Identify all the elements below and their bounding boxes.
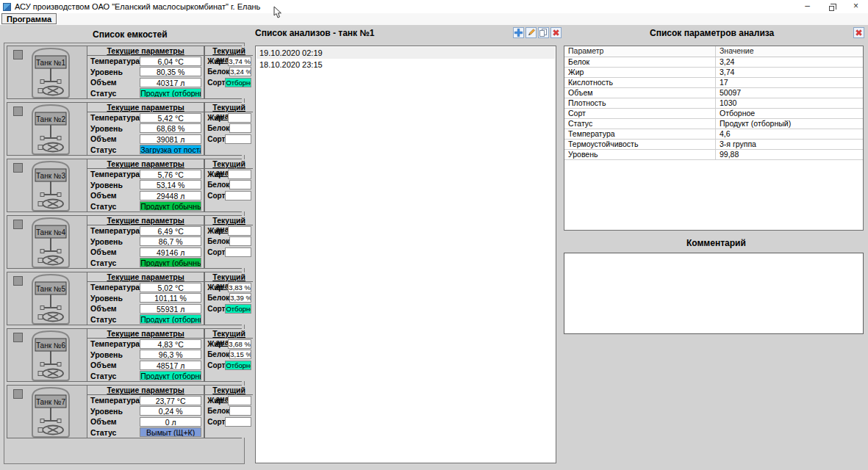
current-parameters-header: Текущие параметры <box>87 159 204 169</box>
tank-indicator[interactable] <box>13 106 23 116</box>
comment-input[interactable] <box>564 253 864 334</box>
param-cell: Объем <box>564 88 716 98</box>
temperature-label: Температура <box>90 113 140 122</box>
volume-label: Объем <box>90 417 140 426</box>
table-row[interactable]: Жир 3,74 <box>564 68 863 78</box>
tank-row[interactable]: Танк №5 Текущие параметры Температура 5,… <box>7 272 242 325</box>
param-cell: Белок <box>564 57 716 67</box>
svg-text:Танк №4: Танк №4 <box>36 228 66 236</box>
tank-row[interactable]: Танк №6 Текущие параметры Температура 4,… <box>7 328 242 382</box>
grade-label: Сорт <box>207 192 225 200</box>
table-row[interactable]: Объем 50097 <box>564 88 863 98</box>
tank-row[interactable]: Танк №1 Текущие параметры Температура 6,… <box>7 46 242 99</box>
grade-badge: Отборное <box>225 78 251 87</box>
close-panel-button[interactable] <box>853 27 864 38</box>
analysis-params-table: Параметр Значение Белок 3,24 Жир 3,74 Ки… <box>564 46 864 231</box>
tank-row[interactable]: Танк №2 Текущие параметры Температура 5,… <box>7 102 242 156</box>
volume-label: Объем <box>90 247 140 256</box>
value-cell: 4,6 <box>716 129 863 139</box>
table-row[interactable]: Уровень 99,88 <box>564 150 863 160</box>
table-row[interactable]: Статус Продукт (отборный) <box>564 119 863 129</box>
table-row[interactable]: Сорт Отборное <box>564 109 863 119</box>
level-value: 96,3 % <box>140 350 201 359</box>
tank-graphic-cell: Танк №1 <box>7 46 87 98</box>
current-parameters-header: Текущие параметры <box>87 386 204 395</box>
analysis-list-item[interactable]: 19.10.2020 02:19 <box>257 47 555 59</box>
tank-graphic-cell: Танк №3 <box>7 159 87 212</box>
restore-button[interactable] <box>819 0 844 13</box>
fat-value <box>228 396 251 405</box>
temperature-value: 5,42 °C <box>140 113 201 123</box>
tank-indicator[interactable] <box>13 389 23 399</box>
protein-value <box>229 180 251 189</box>
protein-value: 3,15 % <box>229 350 251 359</box>
fat-value <box>228 170 251 179</box>
tank-icon: Танк №1 <box>26 47 75 99</box>
status-label: Статус <box>90 89 140 98</box>
analyses-list[interactable]: 19.10.2020 02:19 18.10.2020 23:15 <box>255 46 556 463</box>
tank-indicator[interactable] <box>13 220 23 229</box>
current-analysis-header: Текущий анализ <box>205 103 253 112</box>
protein-value <box>229 406 251 416</box>
value-cell: 3,24 <box>716 57 863 67</box>
protein-label: Белок <box>207 237 229 245</box>
tank-row[interactable]: Танк №7 Текущие параметры Температура 23… <box>7 385 242 438</box>
tank-indicator[interactable] <box>13 163 23 173</box>
level-label: Уровень <box>90 294 140 303</box>
current-parameters-header: Текущие параметры <box>87 103 204 112</box>
status-badge: Продукт (обычный) <box>140 258 201 267</box>
level-label: Уровень <box>90 181 140 189</box>
table-row[interactable]: Белок 3,24 <box>564 57 863 68</box>
protein-label: Белок <box>207 350 229 358</box>
window-title: АСУ производством ОАО "Еланский маслосыр… <box>15 0 260 13</box>
close-window-button[interactable]: × <box>844 0 868 13</box>
tank-indicator[interactable] <box>13 50 23 59</box>
table-row[interactable]: Термоустойчивость 3-я группа <box>564 140 863 150</box>
grade-badge: Отборное <box>225 361 251 370</box>
current-analysis-header: Текущий анализ <box>205 159 253 169</box>
pages-icon <box>539 29 548 37</box>
volume-value: 49146 л <box>140 247 201 257</box>
level-value: 68,68 % <box>140 123 201 133</box>
value-cell: 3-я группа <box>716 140 863 149</box>
current-analysis-header: Текущий анализ <box>205 329 253 339</box>
status-badge: Продукт (обычный) <box>140 201 201 211</box>
tank-indicator[interactable] <box>13 333 23 342</box>
level-label: Уровень <box>90 350 140 359</box>
tank-row[interactable]: Танк №4 Текущие параметры Температура 6,… <box>7 215 242 269</box>
close-x-icon <box>854 28 864 37</box>
grade-label: Сорт <box>207 248 225 256</box>
value-cell: 17 <box>716 78 863 87</box>
temperature-label: Температура <box>90 396 140 405</box>
status-badge: Продукт (отборный) <box>140 371 201 380</box>
add-analysis-button[interactable] <box>513 27 524 38</box>
analyses-toolbar <box>513 27 562 38</box>
table-row[interactable]: Температура 4,6 <box>564 129 863 140</box>
fat-label: Жир <box>207 57 228 65</box>
grade-badge <box>225 247 251 257</box>
table-row[interactable]: Плотность 1030 <box>564 98 863 109</box>
analysis-list-item[interactable]: 18.10.2020 23:15 <box>257 59 555 70</box>
level-value: 0,24 % <box>140 406 201 416</box>
level-value: 80,35 % <box>140 67 201 76</box>
menu-program[interactable]: Программа <box>1 13 57 24</box>
tank-row[interactable]: Танк №3 Текущие параметры Температура 5,… <box>7 159 242 212</box>
copy-analysis-button[interactable] <box>538 27 549 38</box>
status-label: Статус <box>90 428 140 437</box>
minimize-button[interactable]: – <box>795 0 819 13</box>
svg-text:Танк №1: Танк №1 <box>36 59 66 67</box>
volume-label: Объем <box>90 304 140 313</box>
fat-value <box>228 226 251 236</box>
tank-indicator[interactable] <box>13 276 23 286</box>
tank-icon: Танк №7 <box>26 386 75 438</box>
current-parameters-header: Текущие параметры <box>87 216 204 225</box>
table-row[interactable]: Кислотность 17 <box>564 78 863 88</box>
param-cell: Плотность <box>564 98 716 108</box>
status-label: Статус <box>90 202 140 211</box>
protein-value: 3,24 % <box>229 67 251 76</box>
level-label: Уровень <box>90 124 140 133</box>
edit-analysis-button[interactable] <box>526 27 537 38</box>
fat-label: Жир <box>207 114 228 122</box>
tank-icon: Танк №5 <box>26 273 75 325</box>
delete-analysis-button[interactable] <box>550 27 562 38</box>
